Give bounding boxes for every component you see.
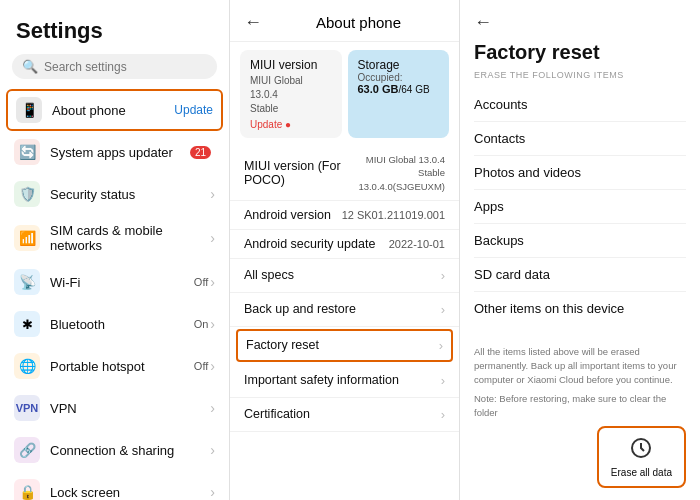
sidebar-item-system-apps[interactable]: 🔄 System apps updater 21: [0, 131, 229, 173]
sidebar-item-label: Bluetooth: [50, 317, 194, 332]
erase-item-other[interactable]: Other items on this device: [474, 292, 686, 325]
sidebar-item-label: Portable hotspot: [50, 359, 194, 374]
wifi-status: Off: [194, 276, 208, 288]
right-panel: ← Factory reset Erase the following item…: [460, 0, 700, 500]
update-badge[interactable]: Update: [174, 103, 213, 117]
bluetooth-status: On: [194, 318, 209, 330]
right-subtitle: Erase the following items: [474, 70, 686, 80]
arrow-icon: ›: [210, 442, 215, 458]
sidebar-item-label: Connection & sharing: [50, 443, 210, 458]
miui-card-sub: MIUI Global 13.0.4 Stable: [250, 74, 332, 116]
storage-value: 63.0 GB/64 GB: [358, 83, 440, 95]
erase-item-accounts[interactable]: Accounts: [474, 88, 686, 122]
lock-icon: 🔒: [14, 479, 40, 500]
hotspot-icon: 🌐: [14, 353, 40, 379]
list-item[interactable]: Android security update 2022-10-01: [230, 230, 459, 259]
storage-card[interactable]: Storage Occupied: 63.0 GB/64 GB: [348, 50, 450, 138]
sidebar-item-label: Security status: [50, 187, 210, 202]
arrow-icon: ›: [210, 274, 215, 290]
vpn-icon: VPN: [14, 395, 40, 421]
miui-card-title: MIUI version: [250, 58, 332, 72]
arrow-icon: ›: [441, 302, 445, 317]
right-back-arrow-icon[interactable]: ←: [474, 12, 492, 33]
left-panel: Settings 🔍 📱 About phone Update 🔄 System…: [0, 0, 230, 500]
sidebar-item-label: SIM cards & mobile networks: [50, 223, 210, 253]
arrow-icon: ›: [441, 407, 445, 422]
arrow-icon: ›: [210, 400, 215, 416]
mid-panel: ← About phone MIUI version MIUI Global 1…: [230, 0, 460, 500]
about-phone-icon: 📱: [16, 97, 42, 123]
erase-icon: [629, 436, 653, 465]
right-footer: Erase all data: [474, 426, 686, 488]
right-items-list: Accounts Contacts Photos and videos Apps…: [474, 88, 686, 337]
system-apps-icon: 🔄: [14, 139, 40, 165]
list-item-factory-reset[interactable]: Factory reset ›: [236, 329, 453, 362]
back-arrow-icon[interactable]: ←: [244, 12, 262, 33]
mid-cards: MIUI version MIUI Global 13.0.4 Stable U…: [230, 42, 459, 146]
right-title: Factory reset: [474, 41, 686, 64]
arrow-icon: ›: [439, 338, 443, 353]
erase-item-photos[interactable]: Photos and videos: [474, 156, 686, 190]
list-item-backup[interactable]: Back up and restore ›: [230, 293, 459, 327]
sidebar-item-security[interactable]: 🛡️ Security status ›: [0, 173, 229, 215]
search-input[interactable]: [44, 60, 207, 74]
security-icon: 🛡️: [14, 181, 40, 207]
erase-item-backups[interactable]: Backups: [474, 224, 686, 258]
wifi-icon: 📡: [14, 269, 40, 295]
arrow-icon: ›: [441, 268, 445, 283]
erase-item-apps[interactable]: Apps: [474, 190, 686, 224]
settings-title: Settings: [0, 10, 229, 54]
search-bar[interactable]: 🔍: [12, 54, 217, 79]
bluetooth-icon: ✱: [14, 311, 40, 337]
list-item[interactable]: Android version 12 SK01.211019.001: [230, 201, 459, 230]
sidebar-item-label: Wi-Fi: [50, 275, 194, 290]
sidebar-item-connection[interactable]: 🔗 Connection & sharing ›: [0, 429, 229, 471]
mid-title: About phone: [272, 14, 445, 31]
hotspot-status: Off: [194, 360, 208, 372]
arrow-icon: ›: [210, 316, 215, 332]
miui-card[interactable]: MIUI version MIUI Global 13.0.4 Stable U…: [240, 50, 342, 138]
sidebar-item-wifi[interactable]: 📡 Wi-Fi Off ›: [0, 261, 229, 303]
storage-occupied-label: Occupied:: [358, 72, 440, 83]
sim-icon: 📶: [14, 225, 40, 251]
mid-header: ← About phone: [230, 0, 459, 42]
list-item-safety[interactable]: Important safety information ›: [230, 364, 459, 398]
right-header: ←: [474, 12, 686, 33]
erase-all-data-button[interactable]: Erase all data: [597, 426, 686, 488]
sidebar-item-hotspot[interactable]: 🌐 Portable hotspot Off ›: [0, 345, 229, 387]
list-item-certification[interactable]: Certification ›: [230, 398, 459, 432]
sidebar-item-lock[interactable]: 🔒 Lock screen ›: [0, 471, 229, 500]
sidebar-item-vpn[interactable]: VPN VPN ›: [0, 387, 229, 429]
badge: 21: [190, 146, 211, 159]
right-note1: All the items listed above will be erase…: [474, 345, 686, 388]
sidebar-item-label: Lock screen: [50, 485, 210, 500]
list-item-all-specs[interactable]: All specs ›: [230, 259, 459, 293]
arrow-icon: ›: [210, 186, 215, 202]
arrow-icon: ›: [210, 358, 215, 374]
arrow-icon: ›: [210, 230, 215, 246]
storage-card-title: Storage: [358, 58, 440, 72]
mid-list: MIUI version (For POCO) MIUI Global 13.0…: [230, 146, 459, 500]
connection-icon: 🔗: [14, 437, 40, 463]
sidebar-item-label: System apps updater: [50, 145, 190, 160]
erase-item-contacts[interactable]: Contacts: [474, 122, 686, 156]
sidebar-item-about-phone[interactable]: 📱 About phone Update: [6, 89, 223, 131]
sidebar-item-bluetooth[interactable]: ✱ Bluetooth On ›: [0, 303, 229, 345]
miui-update[interactable]: Update ●: [250, 119, 332, 130]
sidebar-item-sim[interactable]: 📶 SIM cards & mobile networks ›: [0, 215, 229, 261]
erase-item-sd[interactable]: SD card data: [474, 258, 686, 292]
right-note2: Note: Before restoring, make sure to cle…: [474, 392, 686, 421]
list-item[interactable]: MIUI version (For POCO) MIUI Global 13.0…: [230, 146, 459, 201]
erase-btn-label: Erase all data: [611, 467, 672, 478]
sidebar-item-label: About phone: [52, 103, 174, 118]
sidebar-item-label: VPN: [50, 401, 210, 416]
search-icon: 🔍: [22, 59, 38, 74]
arrow-icon: ›: [210, 484, 215, 500]
arrow-icon: ›: [441, 373, 445, 388]
